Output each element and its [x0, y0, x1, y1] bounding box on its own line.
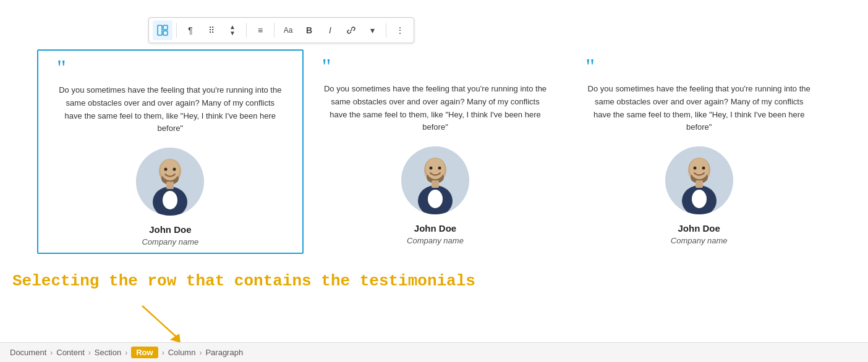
svg-point-26 — [702, 167, 705, 170]
testimonials-section: " Do you sometimes have the feeling that… — [0, 49, 868, 254]
breadcrumb-column[interactable]: Column — [168, 348, 196, 357]
chevron-4: › — [162, 348, 164, 357]
testimonial-col-1: " Do you sometimes have the feeling that… — [37, 49, 304, 254]
person-name-1: John Doe — [149, 224, 191, 235]
italic-button[interactable]: I — [320, 20, 340, 40]
svg-point-28 — [692, 190, 707, 208]
svg-line-30 — [142, 306, 176, 337]
move-button[interactable]: ⠿ — [202, 20, 221, 40]
company-name-2: Company name — [407, 236, 464, 245]
breadcrumb-paragraph[interactable]: Paragraph — [205, 348, 243, 357]
testimonial-text-3: Do you sometimes have the feeling that y… — [585, 83, 812, 134]
svg-rect-1 — [163, 25, 168, 30]
quote-icon-3: " — [585, 56, 595, 78]
quote-icon-2: " — [322, 56, 331, 78]
chevron-1: › — [50, 348, 53, 357]
align-button[interactable]: ≡ — [250, 20, 270, 40]
options-button[interactable]: ⋮ — [390, 20, 410, 40]
svg-point-17 — [438, 167, 441, 170]
svg-rect-20 — [432, 180, 439, 188]
svg-point-24 — [690, 158, 708, 179]
separator-4 — [386, 23, 386, 38]
updown-button[interactable]: ▲▼ — [223, 20, 242, 40]
dropdown-button[interactable]: ▾ — [362, 20, 382, 40]
svg-point-10 — [163, 191, 177, 209]
company-name-1: Company name — [142, 237, 198, 246]
svg-point-19 — [428, 190, 443, 208]
chevron-2: › — [88, 348, 91, 357]
svg-point-15 — [426, 158, 445, 179]
separator-1 — [176, 23, 177, 38]
svg-rect-0 — [158, 25, 162, 35]
breadcrumb-section[interactable]: Section — [95, 348, 121, 357]
quote-icon-1: " — [57, 57, 66, 79]
paragraph-button[interactable]: ¶ — [181, 20, 200, 40]
testimonial-text-1: Do you sometimes have the feeling that y… — [57, 84, 284, 135]
bold-button[interactable]: B — [299, 20, 319, 40]
testimonial-col-2: " Do you sometimes have the feeling that… — [304, 49, 568, 254]
breadcrumb-content[interactable]: Content — [56, 348, 85, 357]
layout-button[interactable] — [153, 20, 172, 40]
testimonial-col-3: " Do you sometimes have the feeling that… — [567, 49, 831, 254]
breadcrumb-document[interactable]: Document — [10, 348, 46, 357]
annotation-text: Selecting the row that contains the test… — [12, 272, 475, 290]
breadcrumb-bar: Document › Content › Section › Row › Col… — [0, 342, 868, 362]
svg-rect-2 — [163, 31, 168, 35]
avatar-1 — [136, 148, 204, 216]
breadcrumb-row[interactable]: Row — [131, 347, 158, 358]
person-name-2: John Doe — [414, 223, 456, 234]
svg-point-8 — [173, 168, 176, 171]
annotation-arrow — [136, 303, 185, 348]
svg-rect-29 — [696, 180, 703, 188]
chevron-3: › — [125, 348, 127, 357]
svg-point-16 — [430, 167, 433, 170]
svg-rect-11 — [166, 182, 174, 189]
text-size-button[interactable]: Aa — [278, 20, 298, 40]
separator-3 — [274, 23, 274, 38]
svg-point-6 — [161, 159, 179, 180]
editor-toolbar: ¶ ⠿ ▲▼ ≡ Aa B I ▾ ⋮ — [148, 17, 414, 43]
svg-point-25 — [693, 167, 696, 170]
avatar-3 — [665, 146, 733, 214]
person-name-3: John Doe — [678, 223, 720, 234]
avatar-2 — [401, 146, 469, 214]
chevron-5: › — [199, 348, 202, 357]
svg-point-7 — [164, 168, 168, 171]
testimonial-text-2: Do you sometimes have the feeling that y… — [322, 83, 549, 134]
link-button[interactable] — [341, 20, 361, 40]
company-name-3: Company name — [671, 236, 728, 245]
separator-2 — [246, 23, 247, 38]
